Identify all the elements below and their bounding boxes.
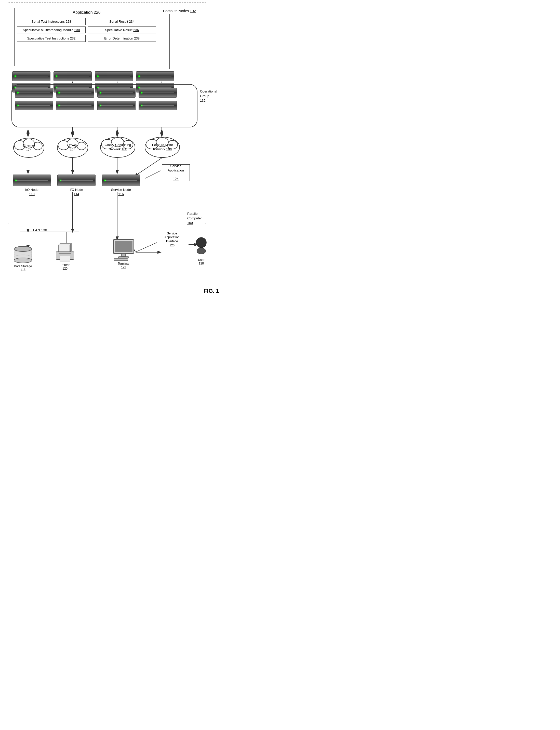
data-storage-icon: Data Storage118 <box>13 246 33 272</box>
terminal-label: Terminal122 <box>111 262 136 269</box>
rack-unit <box>95 71 133 81</box>
user-icon: User128 <box>192 237 210 265</box>
point-to-point-label: Point-To-PointNetwork 108 <box>152 143 173 152</box>
svg-rect-61 <box>115 241 132 252</box>
svg-rect-62 <box>122 254 126 257</box>
app-left-col: Serial Test Instructions 228 Speculative… <box>17 18 86 42</box>
rack-unit <box>57 175 96 186</box>
rack-unit <box>139 88 177 98</box>
svg-rect-59 <box>59 253 71 254</box>
svg-point-65 <box>196 237 206 248</box>
speculative-mt-box: Speculative Multithreading Module 230 <box>17 26 86 33</box>
terminal-icon: Terminal122 <box>111 238 136 269</box>
rack-unit <box>56 88 94 98</box>
printer-icon: Printer120 <box>54 242 76 270</box>
svg-point-51 <box>14 246 32 251</box>
rack-unit <box>13 175 51 186</box>
rack-unit <box>102 175 140 186</box>
serial-result-box: Serial Result 234 <box>88 18 156 25</box>
point-to-point-cloud: Point-To-PointNetwork 108 <box>144 135 181 159</box>
op-group-text: Operational <box>200 89 217 93</box>
lan-label: LAN 130 <box>33 228 47 232</box>
svg-rect-63 <box>118 257 129 258</box>
serial-test-box: Serial Test Instructions 228 <box>17 18 86 25</box>
user-label: User128 <box>192 258 210 265</box>
svg-rect-56 <box>58 245 70 253</box>
data-storage-label: Data Storage118 <box>13 264 33 272</box>
rack-unit <box>136 71 174 81</box>
app-number: 226 <box>94 10 101 15</box>
service-node-116-rack <box>102 175 140 186</box>
rack-unit <box>97 101 136 110</box>
svg-line-27 <box>135 242 158 252</box>
service-app-interface-box: ServiceApplicationInterface126 <box>157 228 187 251</box>
rack-unit <box>139 101 177 110</box>
ethernet-label: Ethernet174 <box>22 143 35 152</box>
global-combining-cloud: Global CombiningNetwork 106 <box>99 135 136 159</box>
global-combining-label: Global CombiningNetwork 106 <box>105 143 131 152</box>
speculative-result-box: Speculative Result 236 <box>88 26 156 33</box>
jtag-label: JTAG104 <box>69 143 77 152</box>
io-node-110-label: I/O Node110 <box>13 188 51 196</box>
compute-nodes-text: Compute Nodes <box>163 9 189 13</box>
jtag-cloud: JTAG104 <box>56 136 89 159</box>
app-inner-boxes: Serial Test Instructions 228 Speculative… <box>15 17 159 43</box>
app-title-text: Application <box>73 10 92 15</box>
compute-nodes-number: 102 <box>190 9 196 13</box>
speculative-test-box: Speculative Test Instructions 232 <box>17 35 86 42</box>
service-app-text: ServiceApplication <box>168 164 184 173</box>
rack-unit <box>56 101 94 110</box>
op-rack-row-1 <box>15 88 177 98</box>
error-determination-box: Error Determination 238 <box>88 35 156 42</box>
operational-group-label: Operational Group 132 <box>200 89 217 103</box>
rack-unit <box>15 88 53 98</box>
rack-unit <box>97 88 136 98</box>
application-box: Application 226 Serial Test Instructions… <box>14 8 159 66</box>
top-rack-row-1 <box>12 71 174 81</box>
rack-unit <box>54 71 92 81</box>
op-group-text2: Group <box>200 94 209 98</box>
svg-point-66 <box>197 248 206 254</box>
io-node-114-rack <box>57 175 96 186</box>
service-application-box: ServiceApplication 124 <box>162 164 190 181</box>
ethernet-cloud: Ethernet174 <box>12 136 45 159</box>
app-right-col: Serial Result 234 Speculative Result 236… <box>88 18 156 42</box>
service-node-116-label: Service Node116 <box>102 188 140 196</box>
op-group-number: 132 <box>200 99 206 102</box>
application-title: Application 226 <box>15 8 159 17</box>
rack-unit <box>15 101 53 110</box>
parallel-computer-label: ParallelComputer100 <box>187 211 202 225</box>
io-node-114-label: I/O Node114 <box>57 188 96 196</box>
svg-rect-64 <box>114 259 128 261</box>
rack-unit <box>12 71 50 81</box>
printer-label: Printer120 <box>54 263 76 270</box>
svg-point-50 <box>14 258 32 263</box>
service-app-number: 124 <box>173 177 179 181</box>
svg-rect-58 <box>60 256 70 261</box>
io-node-110-rack <box>13 175 51 186</box>
fig-title-text: FIG. 1 <box>204 288 219 294</box>
op-rack-row-2 <box>15 101 177 110</box>
diagram-container: Application 226 Serial Test Instructions… <box>0 0 229 298</box>
compute-nodes-label: Compute Nodes 102 <box>163 9 196 13</box>
fig-label: FIG. 1 <box>204 288 219 294</box>
